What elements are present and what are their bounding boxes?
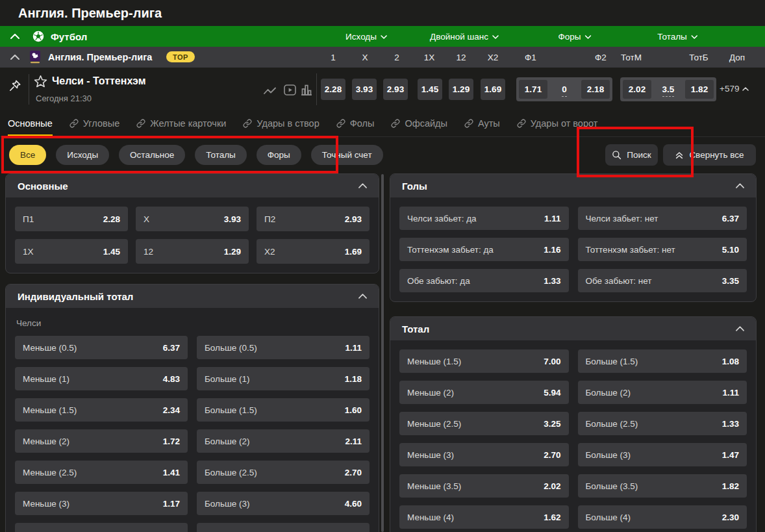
match-row: Челси - Тоттенхэм Сегодня 21:30 2.28 3.9… — [0, 68, 765, 110]
tab-item[interactable]: Желтые карточки — [136, 110, 226, 136]
star-icon[interactable] — [34, 75, 47, 88]
bet-button[interactable]: Меньше (2) 5.94 — [399, 381, 569, 404]
bet-button[interactable]: Меньше (1.5) 2.34 — [15, 398, 188, 422]
bet-button[interactable]: 12 1.29 — [136, 239, 249, 264]
bet-button[interactable]: 1X 1.45 — [15, 239, 128, 264]
odd-button-total-under[interactable]: 2.02 — [623, 80, 651, 99]
bet-button[interactable]: Меньше (3) 2.70 — [399, 443, 569, 466]
more-odds-button[interactable]: +579 — [720, 84, 749, 94]
bet-button[interactable]: Меньше (3.5) 2.02 — [399, 474, 569, 498]
market-row: Меньше (3) 1.17 Больше (3) 4.60 — [15, 492, 370, 515]
bet-button[interactable]: Тоттенхэм забьет: да 1.16 — [399, 238, 569, 261]
link-icon — [464, 119, 473, 128]
bet-button[interactable]: Больше (1.5) 1.60 — [197, 398, 370, 422]
market-row: Меньше (2) 1.72 Больше (2) 2.11 — [15, 429, 370, 453]
bet-button[interactable]: П2 2.93 — [257, 207, 370, 231]
video-icon[interactable] — [284, 84, 296, 95]
bet-label: 1X — [23, 247, 34, 257]
market-group-dropdown[interactable]: Форы — [558, 32, 592, 42]
tab-item[interactable]: Ауты — [464, 110, 500, 136]
stats-icon[interactable] — [301, 84, 312, 95]
search-button[interactable]: Поиск — [605, 144, 658, 166]
chip-all[interactable]: Все — [9, 145, 46, 165]
bet-button[interactable]: Больше (2.5) 2.70 — [197, 461, 370, 484]
bet-button[interactable]: Больше (1) 1.18 — [197, 367, 370, 390]
odd-button[interactable]: 1.45 — [418, 79, 442, 100]
market-group-dropdown[interactable]: Исходы — [345, 32, 387, 42]
odd-button[interactable]: 1.29 — [449, 79, 473, 100]
collapse-all-button[interactable]: Свернуть все — [663, 144, 756, 166]
chevron-up-icon[interactable] — [358, 183, 367, 188]
collapse-sport-icon[interactable] — [10, 34, 19, 39]
match-title[interactable]: Челси - Тоттенхэм — [52, 75, 146, 87]
bet-button[interactable]: Меньше (1) 4.83 — [15, 367, 188, 390]
bet-button[interactable]: Больше (2) 2.11 — [197, 429, 370, 453]
filter-chip[interactable]: Остальное — [119, 145, 185, 165]
odd-button[interactable]: 3.93 — [352, 79, 377, 100]
market-row: Меньше (2.5) 1.41 Больше (2.5) 2.70 — [15, 461, 370, 484]
bet-button[interactable]: Больше (3.5) 5.18 — [197, 523, 370, 532]
odd-button[interactable]: 2.28 — [321, 79, 345, 100]
bet-button[interactable]: Больше (0.5) 1.11 — [197, 336, 370, 359]
bet-button[interactable]: Больше (1.5) 1.08 — [578, 349, 747, 373]
bet-button[interactable]: Челси забьет: да 1.11 — [399, 207, 569, 230]
panel-goals-header[interactable]: Голы — [390, 174, 756, 197]
panel-individual-total-header[interactable]: Индивидуальный тотал — [6, 285, 379, 308]
league-label[interactable]: Англия. Премьер-лига — [48, 52, 152, 62]
panel-osnovnye-header[interactable]: Основные — [6, 174, 379, 197]
bet-button[interactable]: Меньше (2.5) 3.25 — [399, 412, 569, 435]
bet-button[interactable]: Обе забьют: да 1.33 — [399, 269, 569, 292]
bet-button[interactable]: Меньше (3) 1.17 — [15, 492, 188, 515]
tab-osnovnye[interactable]: Основные — [8, 110, 53, 136]
bet-button[interactable]: Больше (2.5) 1.33 — [578, 412, 747, 435]
bet-button[interactable]: Х 3.93 — [136, 207, 249, 231]
premier-league-logo — [30, 51, 40, 64]
link-icon — [391, 119, 400, 128]
pin-icon[interactable] — [7, 79, 22, 94]
tab-item[interactable]: Угловые — [69, 110, 119, 136]
market-group-dropdown[interactable]: Двойной шанс — [430, 32, 499, 42]
bet-button[interactable]: Больше (2) 1.11 — [578, 381, 747, 404]
bet-button[interactable]: П1 2.28 — [15, 207, 128, 231]
chevron-up-icon[interactable] — [358, 294, 367, 299]
bet-button[interactable]: Больше (4) 2.30 — [578, 505, 747, 529]
scrollbar[interactable] — [381, 174, 384, 532]
bet-button[interactable]: Больше (3) 1.47 — [578, 443, 747, 466]
odd-button[interactable]: 1.69 — [481, 79, 505, 100]
bet-button[interactable]: Обе забьют: нет 3.35 — [578, 269, 747, 292]
bet-button[interactable]: Меньше (2.5) 1.41 — [15, 461, 188, 484]
filter-chip[interactable]: Тоталы — [195, 145, 247, 165]
bet-button[interactable]: X2 1.69 — [257, 239, 370, 264]
bet-button[interactable]: Тоттенхэм забьет: нет 5.10 — [578, 238, 747, 261]
bet-button[interactable]: Меньше (3.5) 1.12 — [15, 523, 188, 532]
odd-button-handicap-home[interactable]: 1.71 — [519, 80, 547, 99]
chevron-up-icon[interactable] — [736, 326, 744, 331]
filter-chip[interactable]: Точный счет — [311, 145, 383, 165]
bet-button[interactable]: Челси забьет: нет 6.37 — [578, 207, 747, 230]
bet-button[interactable]: Меньше (1.5) 7.00 — [399, 349, 569, 373]
bet-value: 1.45 — [103, 247, 120, 257]
tab-item[interactable]: Офсайды — [391, 110, 447, 136]
chevron-up-icon[interactable] — [736, 183, 744, 188]
league-bar: Англия. Премьер-лига ТОР 1 X 2 1X 12 X2 … — [0, 47, 765, 68]
collapse-league-icon[interactable] — [10, 55, 19, 60]
bet-button[interactable]: Больше (3) 4.60 — [197, 492, 370, 515]
bet-button[interactable]: Больше (3.5) 1.82 — [578, 474, 747, 498]
divider — [316, 73, 317, 105]
bet-button[interactable]: Меньше (4) 1.62 — [399, 505, 569, 529]
filter-chip[interactable]: Исходы — [56, 145, 109, 165]
tab-item[interactable]: Удары в створ — [243, 110, 319, 136]
market-row: Меньше (2) 5.94 Больше (2) 1.11 — [399, 381, 747, 404]
bet-button[interactable]: Меньше (2) 1.72 — [15, 429, 188, 453]
bet-button[interactable]: Меньше (0.5) 6.37 — [15, 336, 188, 359]
filter-chip[interactable]: Форы — [257, 145, 301, 165]
odd-button-total-over[interactable]: 1.82 — [685, 80, 714, 99]
tab-item[interactable]: Фолы — [336, 110, 375, 136]
market-row: Меньше (1) 4.83 Больше (1) 1.18 — [15, 367, 370, 390]
odd-button-handicap-away[interactable]: 2.18 — [581, 80, 610, 99]
tab-item[interactable]: Удары от ворот — [517, 110, 598, 136]
trend-icon[interactable] — [264, 87, 277, 95]
market-group-dropdown[interactable]: Тоталы — [657, 32, 697, 42]
odd-button[interactable]: 2.93 — [383, 79, 408, 100]
panel-total-header[interactable]: Тотал — [390, 317, 756, 340]
